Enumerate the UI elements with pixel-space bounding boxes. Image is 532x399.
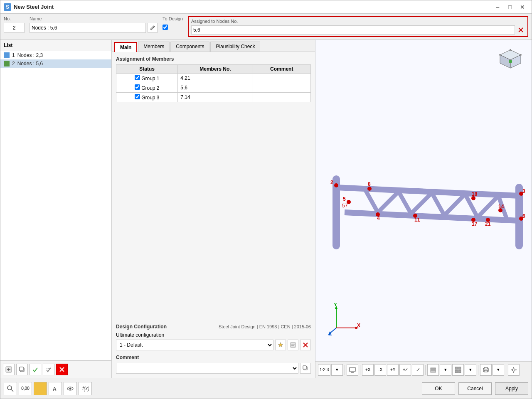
layers-dropdown[interactable]: ▾ bbox=[440, 364, 451, 376]
list-item[interactable]: 1 Nodes : 2,3 bbox=[0, 51, 111, 59]
maximize-button[interactable]: □ bbox=[504, 2, 516, 12]
table-row: Group 2 5,6 bbox=[116, 83, 311, 93]
comment-copy-button[interactable] bbox=[300, 363, 311, 374]
add-list-button[interactable] bbox=[3, 364, 15, 375]
validate-button[interactable] bbox=[30, 364, 41, 375]
svg-line-34 bbox=[399, 192, 411, 214]
svg-text:A: A bbox=[53, 386, 57, 392]
close-button[interactable]: ✕ bbox=[517, 2, 528, 12]
minimize-button[interactable]: ‒ bbox=[492, 2, 503, 12]
list-toolbar bbox=[0, 360, 111, 378]
search-tool-icon bbox=[7, 385, 14, 392]
config-edit-button[interactable] bbox=[288, 340, 298, 350]
separator-4 bbox=[478, 365, 478, 375]
content-area: List 1 Nodes : 2,3 2 Nodes : 5,6 bbox=[0, 40, 532, 378]
no-input[interactable] bbox=[4, 23, 25, 33]
eye-tool-icon bbox=[66, 385, 74, 392]
separator-3 bbox=[425, 365, 426, 375]
config-new-button[interactable] bbox=[275, 340, 286, 350]
svg-point-90 bbox=[7, 386, 12, 390]
3d-view-panel: 2 5 57 8 4 bbox=[315, 40, 532, 378]
clear-assigned-button[interactable] bbox=[517, 26, 525, 34]
numbering-button[interactable]: 1·2·3 bbox=[318, 364, 330, 376]
row1-checkbox[interactable] bbox=[135, 75, 140, 80]
view-x-neg-button[interactable]: -X bbox=[374, 364, 386, 376]
tab-plausibility[interactable]: Plausibility Check bbox=[210, 42, 260, 52]
tab-components[interactable]: Components bbox=[170, 42, 209, 52]
view-options-button[interactable] bbox=[452, 364, 464, 376]
svg-line-35 bbox=[411, 193, 432, 214]
app-icon: S bbox=[4, 3, 11, 11]
row3-checkbox[interactable] bbox=[135, 94, 140, 99]
name-input[interactable] bbox=[30, 23, 146, 33]
list-item-num: 1 bbox=[12, 52, 15, 58]
display-icon bbox=[349, 367, 356, 373]
text-tool-button[interactable]: A bbox=[49, 382, 62, 395]
info-tool-button[interactable]: 0,00 bbox=[19, 382, 32, 395]
row2-members: 5,6 bbox=[178, 83, 253, 93]
svg-line-38 bbox=[465, 194, 478, 217]
tab-main[interactable]: Main bbox=[114, 42, 137, 52]
svg-point-94 bbox=[69, 387, 71, 389]
cancel-button[interactable]: Cancel bbox=[458, 382, 492, 395]
row3-members: 7,14 bbox=[178, 93, 253, 102]
row2-comment bbox=[253, 83, 310, 93]
print-dropdown[interactable]: ▾ bbox=[493, 364, 504, 376]
eye-tool-button[interactable] bbox=[64, 382, 77, 395]
layers-button[interactable] bbox=[427, 364, 439, 376]
search-tool-button[interactable] bbox=[4, 382, 17, 395]
svg-text:18: 18 bbox=[472, 191, 478, 197]
list-item-selected[interactable]: 2 Nodes : 5,6 bbox=[0, 59, 111, 68]
svg-rect-9 bbox=[20, 367, 23, 371]
ok-button[interactable]: OK bbox=[422, 382, 455, 395]
apply-button[interactable]: Apply bbox=[495, 382, 528, 395]
list-items: 1 Nodes : 2,3 2 Nodes : 5,6 bbox=[0, 51, 111, 360]
view-x-button[interactable]: +X bbox=[362, 364, 374, 376]
col-comment: Comment bbox=[253, 65, 310, 74]
separator-1 bbox=[345, 365, 345, 375]
settings-view-button[interactable] bbox=[508, 364, 520, 376]
svg-text:6: 6 bbox=[522, 213, 525, 219]
row1-status: Group 1 bbox=[116, 74, 178, 83]
view-options-dropdown[interactable]: ▾ bbox=[465, 364, 476, 376]
view-z-neg-button[interactable]: -Z bbox=[412, 364, 424, 376]
assigned-input[interactable] bbox=[191, 25, 515, 34]
svg-text:5: 5 bbox=[343, 196, 346, 202]
config-select[interactable]: 1 - Default bbox=[116, 340, 273, 350]
comment-select[interactable] bbox=[116, 363, 298, 374]
numbering-dropdown[interactable]: ▾ bbox=[331, 364, 343, 376]
color-tool-button[interactable] bbox=[34, 382, 47, 395]
svg-line-31 bbox=[345, 212, 519, 221]
delete-config-icon bbox=[303, 342, 308, 348]
svg-line-37 bbox=[444, 194, 465, 215]
cube-svg bbox=[496, 47, 525, 76]
svg-point-25 bbox=[510, 49, 511, 51]
edit-icon bbox=[150, 25, 155, 31]
star-icon bbox=[278, 342, 283, 348]
svg-text:Y: Y bbox=[334, 303, 337, 308]
print-button[interactable] bbox=[480, 364, 492, 376]
tab-members[interactable]: Members bbox=[138, 42, 170, 52]
view-z-button[interactable]: +Z bbox=[399, 364, 411, 376]
main-window: S New Steel Joint ‒ □ ✕ No. Name To Desi… bbox=[0, 0, 532, 399]
edit-name-button[interactable] bbox=[148, 23, 158, 33]
ultimate-config-label: Ultimate configuration bbox=[116, 332, 311, 338]
design-config-title: Design Configuration bbox=[116, 324, 167, 330]
svg-point-24 bbox=[509, 60, 512, 63]
design-config-section: Design Configuration Steel Joint Design … bbox=[116, 324, 311, 350]
row1-members: 4,21 bbox=[178, 74, 253, 83]
config-delete-button[interactable] bbox=[300, 340, 311, 350]
copy-list-button[interactable] bbox=[16, 364, 28, 375]
formula-tool-button[interactable]: f(x) bbox=[79, 382, 92, 395]
display-button[interactable] bbox=[347, 364, 358, 376]
delete-list-button[interactable] bbox=[56, 364, 68, 375]
svg-text:Z: Z bbox=[329, 331, 332, 336]
to-design-checkbox[interactable] bbox=[163, 25, 168, 30]
settings-list-button[interactable] bbox=[43, 364, 54, 375]
row2-checkbox[interactable] bbox=[135, 84, 140, 90]
window-title: New Steel Joint bbox=[14, 4, 492, 10]
to-design-group: To Design bbox=[163, 16, 183, 37]
title-bar: S New Steel Joint ‒ □ ✕ bbox=[0, 0, 532, 14]
view-y-button[interactable]: +Y bbox=[387, 364, 399, 376]
svg-rect-14 bbox=[291, 342, 296, 347]
